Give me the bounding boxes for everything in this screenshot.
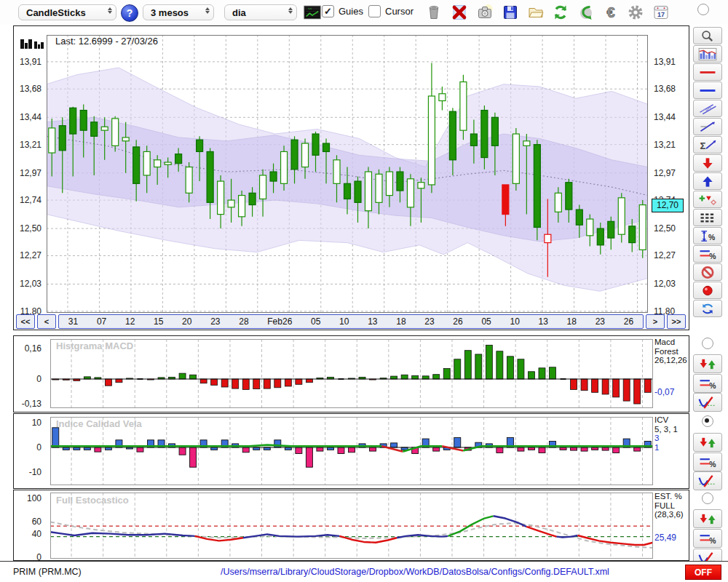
lines-percent-tool-button[interactable]: % bbox=[693, 245, 722, 263]
icv-legend-value: 1 bbox=[654, 443, 678, 453]
axis-tick: 13,21 bbox=[20, 140, 41, 150]
icv-plot[interactable] bbox=[50, 417, 653, 485]
current-price-tag: 12,70 bbox=[652, 199, 684, 212]
channel-tool-button[interactable] bbox=[693, 100, 722, 117]
stochastic-legend-line: (28,3,6) bbox=[654, 510, 684, 519]
axis-tick: 40 bbox=[32, 529, 41, 539]
record-tool-button[interactable] bbox=[693, 282, 722, 299]
axis-tick: 13,44 bbox=[20, 112, 41, 122]
macd-curve-button[interactable] bbox=[693, 393, 722, 412]
axis-tick: 13,44 bbox=[654, 112, 676, 122]
scroll-far-prev-button[interactable]: << bbox=[16, 314, 35, 329]
config-path-link[interactable]: /Users/mserra/Library/CloudStorage/Dropb… bbox=[175, 567, 655, 577]
date-axis-label: 15 bbox=[154, 316, 163, 327]
macd-panel-radio[interactable] bbox=[702, 338, 713, 349]
date-axis-label: 10 bbox=[339, 316, 349, 327]
snapshot-icon-button[interactable] bbox=[475, 3, 494, 22]
magnifier-tool-button[interactable] bbox=[693, 27, 722, 44]
stochastic-arrows-updown-button[interactable] bbox=[693, 509, 722, 528]
chart-settings-icon-button[interactable]: n.n bbox=[303, 3, 322, 22]
axis-tick: -10 bbox=[29, 467, 41, 477]
date-axis-strip[interactable]: 31071215202328Feb26051013182326051013182… bbox=[58, 314, 644, 329]
icv-curve-button[interactable] bbox=[693, 471, 722, 490]
toolbar-radio[interactable] bbox=[697, 4, 709, 15]
add-marker-tool-button[interactable] bbox=[693, 191, 722, 208]
mini-chart-tool-button[interactable] bbox=[693, 45, 722, 63]
date-axis-label: 26 bbox=[453, 316, 462, 327]
icv-arrows-updown-button[interactable] bbox=[693, 433, 722, 452]
sigma-tool-button[interactable]: Σ bbox=[693, 136, 722, 154]
blue-up-arrow-tool-button[interactable] bbox=[693, 172, 722, 190]
scroll-far-next-button[interactable]: >> bbox=[667, 314, 686, 329]
blue-line-tool-button[interactable] bbox=[693, 81, 722, 99]
delete-icon-button[interactable] bbox=[450, 3, 469, 22]
svg-text:%: % bbox=[708, 233, 715, 241]
chart-type-value: CandleSticks bbox=[26, 7, 86, 18]
date-axis-label: 07 bbox=[97, 316, 106, 327]
stochastic-lines-percent-button[interactable]: % bbox=[693, 529, 722, 548]
icv-panel-radio[interactable] bbox=[702, 415, 713, 427]
settings-icon-button[interactable] bbox=[626, 3, 645, 22]
macd-plot[interactable] bbox=[50, 339, 653, 408]
macd-lines-percent-button[interactable]: % bbox=[693, 374, 722, 393]
main-chart-panel: Last: 12.6999 - 27/03/26 13,9113,6813,44… bbox=[13, 25, 689, 330]
reload-icon-button[interactable] bbox=[576, 3, 595, 22]
price-axis-left: 13,9113,6813,4413,2112,9712,7412,5012,27… bbox=[14, 26, 44, 330]
date-axis-label: 31 bbox=[68, 316, 78, 327]
axis-tick: 0,16 bbox=[25, 343, 41, 354]
svg-text:%: % bbox=[709, 537, 716, 545]
toolbar: CandleSticks ? 3 mesos dia n.n ✓ Guies C… bbox=[0, 0, 728, 25]
period-select[interactable]: 3 mesos bbox=[143, 4, 214, 20]
select-stepper-icon bbox=[108, 7, 112, 14]
dashed-lines-tool-button[interactable] bbox=[693, 209, 722, 226]
scroll-prev-button[interactable]: < bbox=[37, 314, 56, 329]
axis-tick: 13,68 bbox=[20, 84, 41, 94]
axis-tick: 13,21 bbox=[654, 140, 676, 150]
checkbox-box: ✓ bbox=[322, 5, 334, 17]
trendline-tool-button[interactable] bbox=[693, 118, 722, 135]
axis-tick: 12,27 bbox=[20, 250, 41, 260]
date-axis-label: 05 bbox=[311, 316, 320, 327]
axis-tick: 12,03 bbox=[20, 279, 41, 289]
statusbar: PRIM (PRM.MC) /Users/mserra/Library/Clou… bbox=[0, 562, 728, 582]
axis-tick: 10 bbox=[32, 418, 41, 428]
macd-arrows-updown-button[interactable] bbox=[693, 354, 722, 373]
date-navigation-bar: <<<31071215202328Feb26051013182326051013… bbox=[16, 314, 686, 329]
measure-percent-tool-button[interactable]: % bbox=[693, 227, 722, 244]
icv-legend: ICV 5, 3, 1 3 1 bbox=[654, 415, 678, 452]
calendar-icon-button[interactable]: 17 bbox=[652, 3, 670, 22]
svg-text:n.n: n.n bbox=[308, 7, 312, 10]
stochastic-plot[interactable] bbox=[50, 493, 653, 559]
date-axis-label: 20 bbox=[182, 316, 191, 327]
candlestick-plot[interactable] bbox=[47, 35, 648, 313]
svg-text:%: % bbox=[709, 461, 716, 469]
cursor-checkbox[interactable]: Cursor bbox=[368, 5, 414, 17]
help-button[interactable]: ? bbox=[121, 4, 138, 22]
scroll-next-button[interactable]: > bbox=[646, 314, 665, 329]
axis-tick: 12,50 bbox=[654, 223, 676, 234]
off-toggle-button[interactable]: OFF bbox=[685, 565, 721, 580]
chart-application-window: CandleSticks ? 3 mesos dia n.n ✓ Guies C… bbox=[0, 0, 728, 582]
stochastic-panel-radio[interactable] bbox=[702, 493, 713, 504]
forbidden-tool-button[interactable] bbox=[693, 263, 722, 281]
chart-type-select[interactable]: CandleSticks bbox=[18, 4, 116, 20]
red-down-arrow-tool-button[interactable] bbox=[693, 154, 722, 172]
guies-checkbox[interactable]: ✓ Guies bbox=[322, 5, 363, 17]
open-icon-button[interactable] bbox=[526, 3, 545, 22]
euro-icon-button[interactable]: € bbox=[601, 3, 620, 22]
refresh-blue-tool-button[interactable] bbox=[693, 300, 722, 317]
axis-tick: 12,74 bbox=[20, 195, 41, 205]
trash-icon-button[interactable] bbox=[424, 3, 443, 22]
save-icon-button[interactable] bbox=[501, 3, 520, 22]
price-axis-right: 13,9113,6813,4413,2112,9712,7412,5012,27… bbox=[649, 26, 687, 330]
macd-legend-line: Macd bbox=[654, 338, 687, 347]
refresh-icon-button[interactable] bbox=[551, 3, 570, 22]
period-value: 3 mesos bbox=[151, 7, 189, 18]
date-axis-label: 23 bbox=[424, 316, 434, 327]
axis-tick: 0 bbox=[36, 442, 41, 453]
icv-lines-percent-button[interactable]: % bbox=[693, 453, 722, 471]
interval-select[interactable]: dia bbox=[224, 4, 297, 20]
icv-legend-value: 3 bbox=[654, 434, 678, 443]
date-axis-label: 05 bbox=[481, 316, 491, 327]
red-line-tool-button[interactable] bbox=[693, 63, 722, 81]
